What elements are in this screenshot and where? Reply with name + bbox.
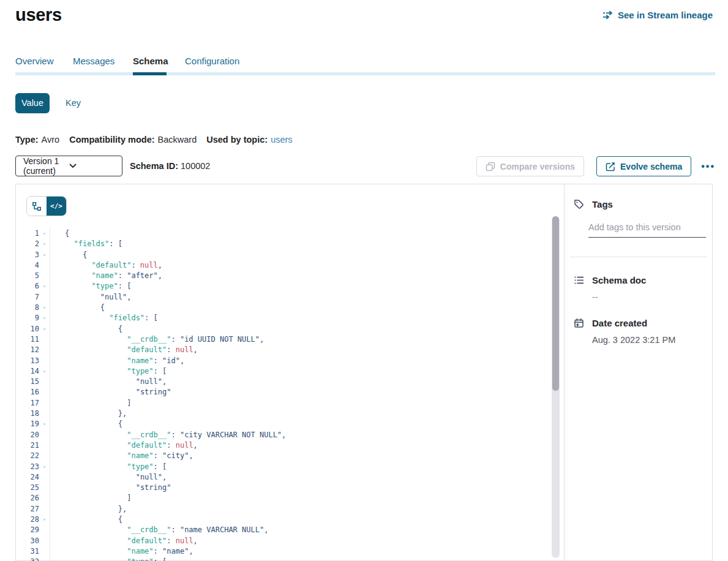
date-created-heading: Date created bbox=[592, 318, 647, 328]
schema-id-label: Schema ID: bbox=[130, 161, 178, 171]
code-text: "__crdb__": "id UUID NOT NULL", bbox=[65, 334, 264, 345]
code-line: 15"null", bbox=[16, 377, 700, 387]
fold-arrow-icon[interactable]: ▾ bbox=[39, 462, 50, 472]
code-line: 30"default": null, bbox=[16, 536, 700, 546]
fold-arrow-icon[interactable]: ▾ bbox=[39, 324, 50, 334]
line-number: 17 bbox=[16, 398, 39, 409]
fold-arrow-icon[interactable]: ▾ bbox=[39, 228, 50, 239]
fold-spacer bbox=[39, 409, 50, 419]
version-select[interactable]: Version 1 (current) bbox=[15, 156, 122, 176]
fold-spacer bbox=[39, 493, 50, 503]
line-number: 1 bbox=[16, 228, 39, 239]
fold-spacer bbox=[39, 536, 50, 546]
line-number: 20 bbox=[16, 430, 39, 440]
code-text: ] bbox=[65, 493, 131, 503]
date-created-section: Date created Aug. 3 2022 3:21 PM bbox=[570, 318, 710, 345]
tab-schema[interactable]: Schema bbox=[133, 56, 168, 66]
code-line: 19▾{ bbox=[16, 419, 700, 429]
topic-link[interactable]: users bbox=[271, 135, 292, 145]
code-line: 12"default": null, bbox=[16, 345, 700, 355]
compare-versions-label: Compare versions bbox=[500, 162, 575, 171]
line-number: 6 bbox=[16, 281, 39, 292]
more-actions-button[interactable]: ••• bbox=[700, 159, 716, 175]
code-line: 8▾{ bbox=[16, 303, 700, 313]
line-number: 25 bbox=[16, 483, 39, 493]
line-number: 26 bbox=[16, 493, 39, 503]
line-number: 7 bbox=[16, 292, 39, 303]
evolve-schema-button[interactable]: Evolve schema bbox=[596, 156, 691, 176]
fold-spacer bbox=[39, 483, 50, 493]
fold-spacer bbox=[39, 398, 50, 409]
code-text: "type": [ bbox=[65, 281, 131, 292]
fold-arrow-icon[interactable]: ▾ bbox=[39, 281, 50, 292]
tab-overview[interactable]: Overview bbox=[15, 56, 54, 66]
fold-spacer bbox=[39, 546, 50, 557]
schema-view-toggle: </> bbox=[26, 196, 67, 216]
code-text: ] bbox=[65, 398, 131, 409]
code-line: 26] bbox=[16, 493, 700, 503]
stream-lineage-link[interactable]: See in Stream lineage bbox=[602, 10, 713, 20]
code-scrollbar-thumb[interactable] bbox=[552, 216, 559, 391]
calendar-plus-icon bbox=[574, 318, 584, 328]
chevron-down-icon bbox=[69, 164, 115, 168]
key-toggle-button[interactable]: Key bbox=[63, 93, 83, 113]
code-text: "string" bbox=[65, 483, 171, 493]
fold-arrow-icon[interactable]: ▾ bbox=[39, 250, 50, 260]
fold-spacer bbox=[39, 356, 50, 366]
code-text: "name": "after", bbox=[65, 271, 162, 281]
fold-arrow-icon[interactable]: ▾ bbox=[39, 366, 50, 377]
code-text: "default": null, bbox=[65, 345, 198, 355]
code-text: "fields": [ bbox=[65, 239, 122, 249]
code-text: { bbox=[65, 228, 69, 239]
tab-configuration[interactable]: Configuration bbox=[185, 56, 239, 66]
code-line: 20"__crdb__": "city VARCHAR NOT NULL", bbox=[16, 430, 700, 440]
value-toggle-button[interactable]: Value bbox=[15, 93, 50, 113]
code-text: { bbox=[65, 250, 87, 260]
tags-section: Tags bbox=[570, 199, 710, 209]
fold-arrow-icon[interactable]: ▾ bbox=[39, 303, 50, 313]
tags-heading: Tags bbox=[592, 199, 613, 209]
fold-spacer bbox=[39, 334, 50, 345]
line-number: 32 bbox=[16, 557, 39, 561]
tag-icon bbox=[574, 199, 584, 209]
code-text: { bbox=[65, 324, 122, 334]
fold-arrow-icon[interactable]: ▾ bbox=[39, 239, 50, 249]
tree-icon bbox=[32, 201, 42, 211]
code-text: "default": null, bbox=[65, 260, 162, 271]
schema-doc-value: -- bbox=[592, 292, 710, 302]
line-number: 3 bbox=[16, 250, 39, 260]
line-number: 13 bbox=[16, 356, 39, 366]
ellipsis-icon: ••• bbox=[701, 161, 715, 171]
code-line: 28▾{ bbox=[16, 514, 700, 525]
code-text: { bbox=[65, 419, 122, 429]
code-text: "type": [ bbox=[65, 366, 167, 377]
stream-lineage-icon bbox=[602, 10, 614, 20]
tree-view-button[interactable] bbox=[27, 197, 47, 216]
fold-spacer bbox=[39, 387, 50, 397]
code-text: "__crdb__": "city VARCHAR NOT NULL", bbox=[65, 430, 286, 440]
fold-arrow-icon[interactable]: ▾ bbox=[39, 419, 50, 429]
code-text: "name": "name", bbox=[65, 546, 193, 557]
line-number: 4 bbox=[16, 260, 39, 271]
compare-versions-button[interactable]: Compare versions bbox=[476, 156, 584, 176]
code-line: 24"null", bbox=[16, 472, 700, 483]
fold-arrow-icon[interactable]: ▾ bbox=[39, 313, 50, 323]
code-view-button[interactable]: </> bbox=[47, 197, 66, 216]
fold-spacer bbox=[39, 525, 50, 535]
code-text: "null", bbox=[65, 292, 131, 303]
type-value: Avro bbox=[42, 135, 60, 145]
stream-lineage-label: See in Stream lineage bbox=[618, 10, 713, 20]
tags-input[interactable] bbox=[588, 220, 706, 238]
code-line: 31"name": "name", bbox=[16, 546, 700, 557]
line-number: 23 bbox=[16, 462, 39, 472]
code-line: 18}, bbox=[16, 409, 700, 419]
fold-arrow-icon[interactable]: ▾ bbox=[39, 557, 50, 561]
tags-divider bbox=[570, 257, 707, 257]
fold-spacer bbox=[39, 430, 50, 440]
fold-arrow-icon[interactable]: ▾ bbox=[39, 514, 50, 525]
code-text: }, bbox=[65, 409, 127, 419]
compatibility-label: Compatibility mode: bbox=[69, 135, 154, 145]
line-number: 22 bbox=[16, 451, 39, 461]
tab-messages[interactable]: Messages bbox=[73, 56, 114, 66]
code-line: 17] bbox=[16, 398, 700, 409]
